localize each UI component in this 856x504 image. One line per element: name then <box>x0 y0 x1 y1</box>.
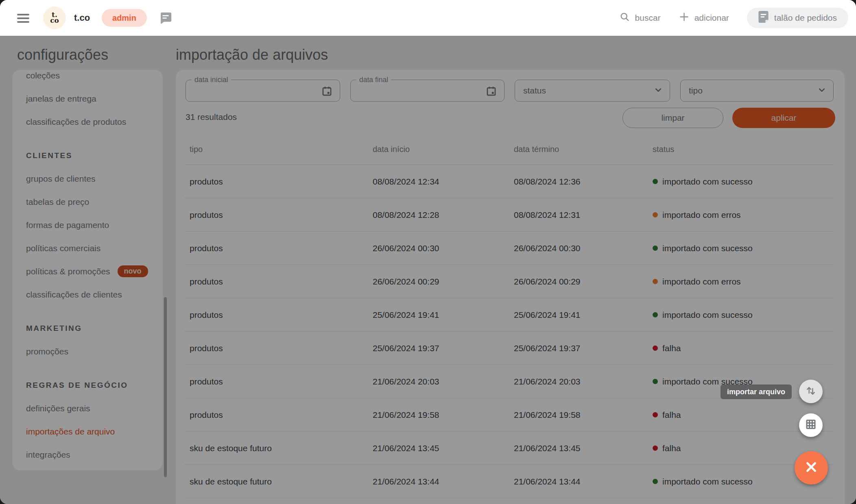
top-navbar: t. co t.co admin buscar adicionar <box>0 0 856 36</box>
hamburger-menu-icon[interactable] <box>17 14 29 23</box>
company-logo-avatar: t. co <box>43 7 66 29</box>
close-icon <box>804 459 819 476</box>
app-screen: t. co t.co admin buscar adicionar <box>0 0 856 504</box>
import-export-icon <box>805 385 817 398</box>
order-pad-button[interactable]: talão de pedidos <box>747 8 848 28</box>
add-label: adicionar <box>694 13 729 23</box>
company-name: t.co <box>74 0 90 36</box>
add-button[interactable]: adicionar <box>679 11 729 24</box>
receipt-icon <box>758 11 769 25</box>
navbar-right-group: buscar adicionar talão de pedidos <box>619 0 848 36</box>
logo-monogram-bottom: co <box>50 18 59 24</box>
admin-badge: admin <box>102 9 147 27</box>
search-label: buscar <box>635 13 661 23</box>
chat-icon[interactable] <box>159 11 173 24</box>
order-pad-label: talão de pedidos <box>774 13 837 23</box>
backdrop-overlay[interactable] <box>0 36 856 504</box>
close-fab[interactable] <box>795 451 828 484</box>
plus-icon <box>679 11 690 24</box>
grid-icon <box>805 418 817 432</box>
import-file-fab[interactable] <box>799 380 823 403</box>
search-icon <box>619 11 630 24</box>
search-button[interactable]: buscar <box>619 11 661 24</box>
import-file-tooltip: importar arquivo <box>721 385 792 399</box>
grid-view-fab[interactable] <box>799 413 823 437</box>
